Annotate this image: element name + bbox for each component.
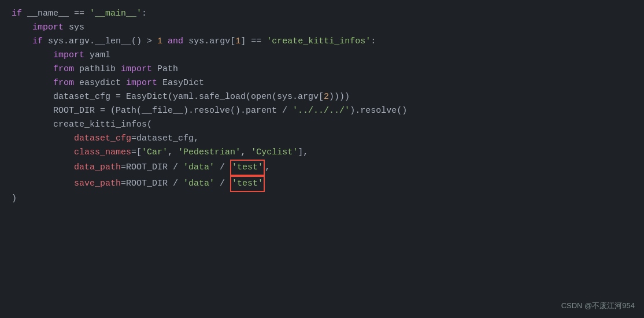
watermark-text: CSDN @不废江河954 — [561, 300, 635, 312]
variable-token: dataset_cfg — [74, 132, 131, 146]
number-token: 2 — [324, 90, 329, 104]
plain-token: dataset_cfg = EasyDict(yaml.safe_load(op… — [53, 90, 324, 104]
plain-token — [162, 35, 168, 49]
string-token: 'create_kitti_infos' — [267, 35, 371, 49]
code-line: save_path=ROOT_DIR / 'data' / 'test' — [12, 176, 632, 192]
plain-token: create_kitti_infos( — [53, 118, 152, 132]
plain-token: ).resolve() — [350, 104, 407, 118]
keyword-token: import — [32, 21, 64, 35]
variable-token: save_path — [74, 177, 121, 191]
plain-token: ROOT_DIR = (Path(__file__).resolve().par… — [53, 104, 293, 118]
keyword-token: import — [121, 62, 152, 76]
plain-token: / — [214, 161, 230, 175]
keyword-token: import — [53, 49, 84, 62]
plain-token: )))) — [329, 90, 350, 104]
plain-token: =[ — [131, 146, 142, 160]
number-token: 1 — [157, 35, 162, 49]
code-line: import sys — [12, 21, 632, 35]
string-token: 'Cyclist' — [251, 146, 298, 160]
string-token: 'test' — [232, 162, 263, 172]
indent — [12, 62, 53, 76]
indent — [12, 132, 74, 146]
variable-token: data_path — [74, 161, 121, 175]
code-line: if sys.argv.__len__() > 1 and sys.argv[1… — [12, 35, 632, 49]
string-token: 'Car' — [142, 146, 168, 160]
indent — [12, 35, 32, 49]
code-line: ROOT_DIR = (Path(__file__).resolve().par… — [12, 104, 632, 118]
string-token: 'data' — [183, 161, 214, 175]
plain-token: __name__ == — [22, 7, 90, 21]
indent — [12, 90, 53, 104]
indent — [12, 177, 74, 191]
plain-token: ] == — [240, 35, 267, 49]
keyword-token: and — [168, 35, 183, 49]
plain-token: EasyDict — [157, 76, 204, 90]
indent — [12, 161, 74, 175]
variable-token: class_names — [74, 146, 131, 160]
code-editor: if __name__ == '__main__': import sys if… — [0, 0, 644, 213]
indent — [12, 21, 32, 35]
plain-token: : — [371, 35, 376, 49]
plain-token: sys.argv.__len__() > — [43, 35, 157, 49]
indent — [12, 76, 53, 90]
highlighted-string-token: 'test' — [230, 176, 265, 192]
code-line: from easydict import EasyDict — [12, 76, 632, 90]
code-line: class_names=['Car', 'Pedestrian', 'Cycli… — [12, 146, 632, 160]
code-line: from pathlib import Path — [12, 62, 632, 76]
plain-token: , — [240, 146, 251, 160]
plain-token: : — [142, 7, 147, 21]
plain-token: pathlib — [74, 62, 121, 76]
plain-token: ], — [298, 146, 308, 160]
keyword-token: if — [12, 7, 22, 21]
indent — [12, 118, 53, 132]
string-token: 'test' — [232, 179, 263, 188]
string-token: '../../../' — [293, 104, 350, 118]
indent — [12, 104, 53, 118]
code-line: if __name__ == '__main__': — [12, 7, 632, 21]
plain-token: =ROOT_DIR / — [121, 177, 183, 191]
code-line: import yaml — [12, 49, 632, 62]
plain-token: / — [214, 177, 230, 191]
keyword-token: import — [126, 76, 157, 90]
plain-token: =dataset_cfg, — [131, 132, 199, 146]
string-token: '__main__' — [90, 7, 142, 21]
number-token: 1 — [235, 35, 240, 49]
plain-token: Path — [152, 62, 178, 76]
code-line: create_kitti_infos( — [12, 118, 632, 132]
plain-token: , — [265, 161, 270, 175]
string-token: 'data' — [183, 177, 214, 191]
plain-token: sys — [64, 21, 84, 35]
string-token: 'Pedestrian' — [178, 146, 240, 160]
keyword-token: from — [53, 62, 74, 76]
code-line: data_path=ROOT_DIR / 'data' / 'test', — [12, 160, 632, 176]
plain-token: ) — [12, 192, 17, 206]
plain-token: yaml — [84, 49, 110, 62]
keyword-token: from — [53, 76, 74, 90]
code-line: dataset_cfg = EasyDict(yaml.safe_load(op… — [12, 90, 632, 104]
plain-token: easydict — [74, 76, 126, 90]
highlighted-string-token: 'test' — [230, 160, 265, 176]
plain-token: sys.argv[ — [183, 35, 235, 49]
indent — [12, 49, 53, 62]
plain-token: =ROOT_DIR / — [121, 161, 183, 175]
code-line: dataset_cfg=dataset_cfg, — [12, 132, 632, 146]
plain-token: , — [168, 146, 178, 160]
indent — [12, 146, 74, 160]
code-line: ) — [12, 192, 632, 206]
keyword-token: if — [32, 35, 43, 49]
